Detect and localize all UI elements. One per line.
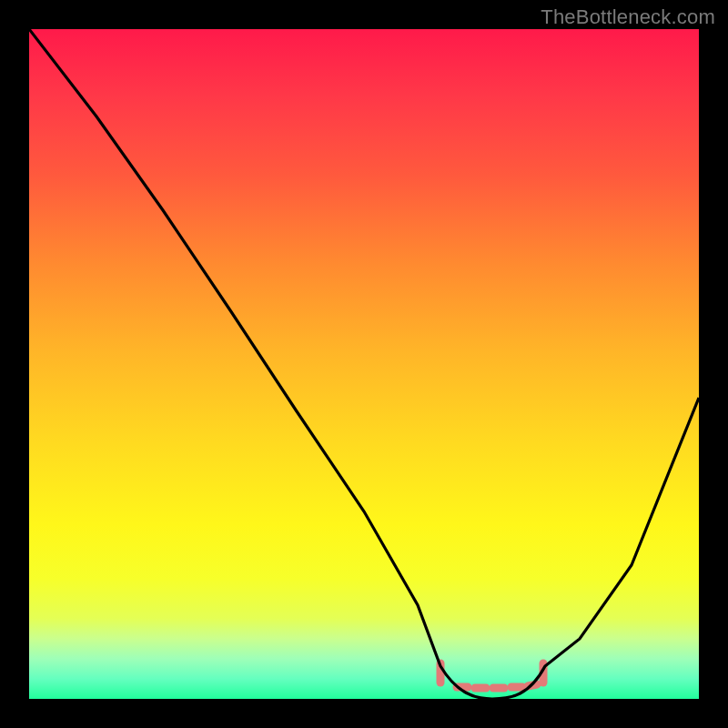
watermark-text: TheBottleneck.com (541, 5, 715, 29)
bottleneck-curve (29, 29, 699, 699)
chart-svg (29, 29, 699, 699)
chart-frame: TheBottleneck.com (0, 0, 728, 728)
plot-area (29, 29, 699, 699)
